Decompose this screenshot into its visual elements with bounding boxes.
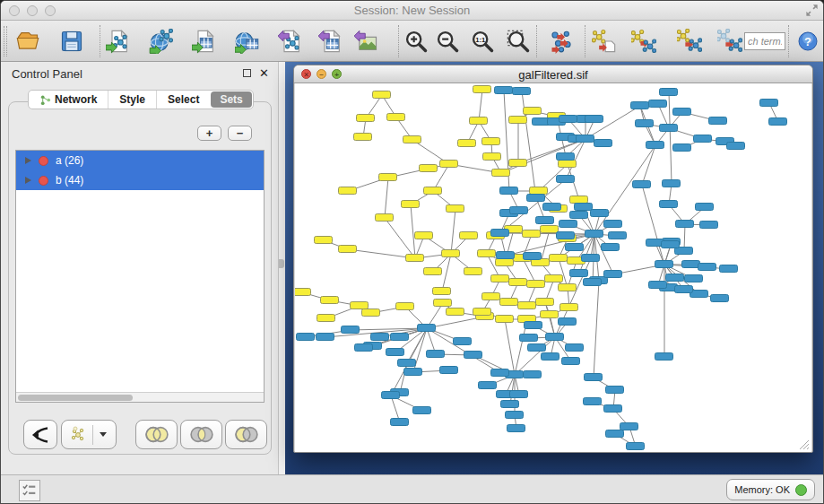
graph-node[interactable] [446,308,464,316]
graph-node[interactable] [581,254,600,262]
graph-node[interactable] [378,173,397,181]
graph-node[interactable] [672,108,691,116]
dropdown-caret-icon[interactable] [100,432,107,437]
graph-node[interactable] [565,243,584,251]
graph-node[interactable] [684,274,703,282]
graph-node[interactable] [535,298,554,306]
graph-node[interactable] [507,424,525,432]
graph-node[interactable] [295,288,311,296]
graph-node[interactable] [648,100,667,108]
apply-style-button[interactable] [629,26,659,56]
graph-node[interactable] [386,348,404,356]
graph-node[interactable] [491,169,510,177]
graph-node[interactable] [584,373,603,381]
zoom-in-button[interactable] [401,26,431,56]
graph-node[interactable] [464,267,482,275]
graph-node[interactable] [499,187,518,195]
graph-node[interactable] [768,117,787,126]
graph-node[interactable] [561,357,580,365]
disclosure-triangle-icon[interactable] [25,177,31,184]
search-input[interactable] [744,32,785,50]
graph-node[interactable] [338,187,357,195]
graph-node[interactable] [390,333,409,341]
graph-node[interactable] [356,114,375,122]
graph-node[interactable] [296,333,315,341]
graph-node[interactable] [523,370,542,378]
graph-node[interactable] [646,141,664,149]
graph-node[interactable] [541,352,559,361]
graph-node[interactable] [655,260,673,268]
graph-node[interactable] [594,139,612,147]
graph-node[interactable] [490,369,509,377]
graph-node[interactable] [630,101,649,109]
graph-node[interactable] [477,249,496,257]
graph-node[interactable] [353,133,372,141]
union-button[interactable] [135,420,178,449]
graph-node[interactable] [432,287,451,295]
graph-node[interactable] [390,418,409,426]
graph-node[interactable] [314,236,333,244]
graph-node[interactable] [569,211,588,219]
graph-node[interactable] [542,203,561,211]
graph-node[interactable] [370,333,389,341]
open-session-button[interactable] [13,26,43,56]
graph-node[interactable] [446,204,464,213]
graph-node[interactable] [464,351,482,359]
graph-node[interactable] [662,179,681,187]
graph-node[interactable] [423,187,442,195]
graph-node[interactable] [558,317,577,326]
graph-node[interactable] [403,135,421,143]
graph-node[interactable] [603,220,622,228]
graph-node[interactable] [556,175,575,183]
graph-node[interactable] [478,381,497,389]
network-canvas[interactable] [295,83,811,452]
graph-node[interactable] [601,243,620,251]
graph-node[interactable] [544,274,563,282]
graph-node[interactable] [375,213,394,222]
graph-node[interactable] [453,337,472,345]
graph-node[interactable] [338,245,357,253]
graph-node[interactable] [320,296,339,304]
graph-node[interactable] [635,119,654,127]
graph-node[interactable] [648,281,667,289]
graph-node[interactable] [665,274,684,282]
graph-node[interactable] [412,406,431,414]
new-network-from-selection-button[interactable] [589,26,620,56]
import-table-file-button[interactable] [189,26,220,56]
graph-node[interactable] [496,251,515,259]
intersection-button[interactable] [180,420,222,449]
graph-node[interactable] [341,326,360,334]
export-network-button[interactable] [275,26,306,56]
export-image-button[interactable] [351,26,382,56]
graph-node[interactable] [585,115,603,123]
graph-node[interactable] [605,386,624,394]
graph-node[interactable] [608,231,627,239]
graph-node[interactable] [519,334,538,342]
graph-node[interactable] [603,404,622,413]
import-network-file-button[interactable] [103,26,134,56]
graph-node[interactable] [626,442,645,450]
zoom-selected-button[interactable] [503,26,533,56]
graph-node[interactable] [508,159,527,167]
graph-node[interactable] [661,240,680,248]
graph-node[interactable] [401,200,420,208]
graph-node[interactable] [522,230,541,238]
graph-node[interactable] [423,267,442,275]
graph-node[interactable] [583,278,602,286]
graph-node[interactable] [495,258,514,266]
graph-node[interactable] [509,206,528,214]
show-graphics-details-button[interactable] [715,26,745,56]
graph-node[interactable] [556,231,575,239]
graph-node[interactable] [419,164,438,172]
graph-node[interactable] [457,139,476,147]
graph-node[interactable] [505,411,524,419]
graph-node[interactable] [559,115,577,123]
task-history-button[interactable] [19,480,40,501]
network-window-titlebar[interactable]: ✕ − + galFiltered.sif [294,65,812,83]
graph-node[interactable] [439,160,458,168]
graph-node[interactable] [481,292,500,300]
graph-node[interactable] [426,350,445,358]
graph-node[interactable] [708,117,727,125]
create-set-button[interactable] [61,420,117,449]
graph-node[interactable] [490,274,509,282]
